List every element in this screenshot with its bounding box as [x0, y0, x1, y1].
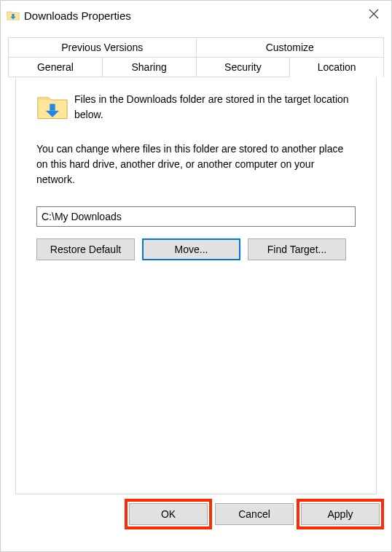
- info-text: Files in the Downloads folder are stored…: [74, 92, 356, 124]
- find-target-button[interactable]: Find Target...: [248, 238, 346, 260]
- tab-location[interactable]: Location: [289, 57, 384, 77]
- downloads-folder-icon: [7, 9, 20, 21]
- downloads-folder-large-icon: [36, 92, 68, 124]
- tab-previous-versions[interactable]: Previous Versions: [8, 37, 197, 58]
- close-button[interactable]: [356, 1, 391, 27]
- window-title: Downloads Properties: [24, 9, 131, 22]
- titlebar: Downloads Properties: [1, 1, 391, 30]
- close-icon: [369, 9, 379, 19]
- svg-rect-3: [50, 104, 55, 110]
- location-path-input[interactable]: [36, 206, 356, 227]
- svg-rect-0: [12, 14, 15, 17]
- tab-security[interactable]: Security: [196, 57, 291, 77]
- ok-button[interactable]: OK: [129, 503, 208, 525]
- apply-button[interactable]: Apply: [301, 503, 380, 525]
- cancel-button[interactable]: Cancel: [215, 503, 294, 525]
- tab-sharing[interactable]: Sharing: [102, 57, 197, 77]
- tab-customize[interactable]: Customize: [196, 37, 385, 58]
- description-text: You can change where files in this folde…: [36, 141, 356, 187]
- tab-general[interactable]: General: [8, 57, 103, 77]
- tab-content: Files in the Downloads folder are stored…: [15, 77, 377, 494]
- restore-default-button[interactable]: Restore Default: [36, 238, 135, 260]
- move-button[interactable]: Move...: [142, 238, 240, 260]
- dialog-buttons: OK Cancel Apply: [1, 499, 391, 532]
- tabs: Previous Versions Customize General Shar…: [8, 37, 384, 494]
